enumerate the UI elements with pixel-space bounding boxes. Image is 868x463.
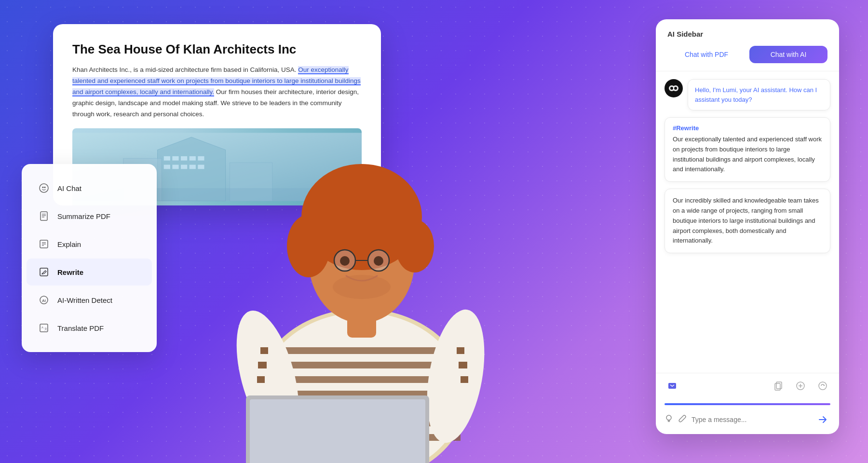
- rewrite-tag: #Rewrite: [673, 124, 822, 132]
- sidebar-item-label-rewrite: Rewrite: [57, 268, 83, 276]
- svg-text:文: 文: [44, 327, 47, 330]
- sidebar-item-rewrite[interactable]: Rewrite: [27, 259, 152, 286]
- left-panel: AI Chat Summarize PDF Explain: [22, 164, 157, 352]
- user-rewrite-message: #Rewrite Our exceptionally talented and …: [665, 117, 830, 182]
- svg-rect-6: [198, 156, 204, 161]
- sidebar-header: AI Sidebar Chat with PDF Chat with AI: [656, 19, 839, 71]
- svg-rect-18: [41, 212, 47, 220]
- svg-rect-3: [172, 156, 178, 161]
- svg-rect-10: [190, 165, 196, 169]
- ai-response-card: Our incredibly skilled and knowledgeable…: [665, 189, 830, 253]
- chat-input-field[interactable]: [692, 416, 810, 423]
- ai-greeting: Hello, I'm Lumi, your AI assistant. How …: [665, 79, 830, 110]
- sidebar-item-ai-detect[interactable]: AI AI-Written Detect: [27, 286, 152, 313]
- sidebar-item-label-translate: Translate PDF: [57, 324, 104, 332]
- input-progress-bar: [665, 403, 830, 405]
- user-message-text: Our exceptionally talented and experienc…: [673, 135, 822, 175]
- chat-area: Hello, I'm Lumi, your AI assistant. How …: [656, 71, 839, 373]
- svg-rect-5: [190, 156, 196, 161]
- doc-body-before: Khan Architects Inc., is a mid-sized arc…: [72, 66, 298, 73]
- svg-point-66: [670, 87, 673, 90]
- message-icon-btn[interactable]: [665, 378, 680, 394]
- tab-row: Chat with PDF Chat with AI: [667, 46, 827, 63]
- svg-rect-70: [775, 383, 780, 390]
- svg-text:A: A: [41, 326, 43, 329]
- svg-point-15: [40, 184, 48, 192]
- svg-rect-68: [668, 383, 676, 389]
- attach-icon[interactable]: [678, 414, 687, 425]
- svg-point-76: [666, 415, 671, 420]
- bulb-icon[interactable]: [665, 414, 673, 425]
- sidebar-item-label-summarize: Summarize PDF: [57, 212, 110, 220]
- svg-rect-8: [172, 165, 178, 169]
- document-icon: [37, 209, 51, 223]
- svg-rect-9: [181, 165, 187, 169]
- translate-icon: A 文: [37, 321, 51, 335]
- lumi-avatar: [665, 79, 683, 97]
- refresh-icon-btn[interactable]: [815, 378, 830, 394]
- ai-greeting-bubble: Hello, I'm Lumi, your AI assistant. How …: [688, 79, 830, 110]
- ai-sidebar: AI Sidebar Chat with PDF Chat with AI He…: [656, 19, 839, 434]
- edit-icon: [37, 265, 51, 279]
- robot-icon: [37, 181, 51, 195]
- input-row: [665, 412, 830, 427]
- sidebar-title: AI Sidebar: [667, 30, 827, 38]
- svg-rect-17: [44, 187, 46, 188]
- chat-toolbar: [656, 373, 839, 398]
- copy-icon-btn[interactable]: [771, 378, 786, 394]
- sidebar-item-label-ai-detect: AI-Written Detect: [57, 296, 112, 304]
- list-icon: [37, 237, 51, 251]
- svg-rect-2: [164, 156, 170, 161]
- svg-rect-7: [164, 165, 170, 169]
- svg-point-67: [674, 87, 677, 90]
- send-button[interactable]: [815, 412, 830, 427]
- sidebar-item-explain[interactable]: Explain: [27, 231, 152, 258]
- svg-text:AI: AI: [42, 299, 46, 303]
- sidebar-item-summarize-pdf[interactable]: Summarize PDF: [27, 203, 152, 230]
- ai-response-text: Our incredibly skilled and knowledgeable…: [673, 196, 822, 246]
- tab-chat-ai[interactable]: Chat with AI: [749, 46, 827, 63]
- svg-rect-11: [198, 165, 204, 169]
- svg-rect-16: [42, 187, 44, 188]
- add-icon-btn[interactable]: [793, 378, 808, 394]
- doc-body: Khan Architects Inc., is a mid-sized arc…: [72, 65, 362, 120]
- svg-rect-4: [181, 156, 187, 161]
- tab-chat-pdf[interactable]: Chat with PDF: [667, 46, 746, 63]
- doc-title: The Sea House Of Klan Architects Inc: [72, 41, 362, 58]
- sidebar-item-translate[interactable]: A 文 Translate PDF: [27, 314, 152, 341]
- sidebar-item-ai-chat[interactable]: AI Chat: [27, 175, 152, 202]
- ai-detect-icon: AI: [37, 293, 51, 307]
- svg-point-74: [819, 382, 827, 390]
- svg-marker-75: [823, 385, 825, 386]
- svg-rect-69: [776, 382, 782, 389]
- sidebar-item-label-ai-chat: AI Chat: [57, 184, 81, 192]
- chat-input-area: [656, 398, 839, 434]
- sidebar-item-label-explain: Explain: [57, 240, 81, 248]
